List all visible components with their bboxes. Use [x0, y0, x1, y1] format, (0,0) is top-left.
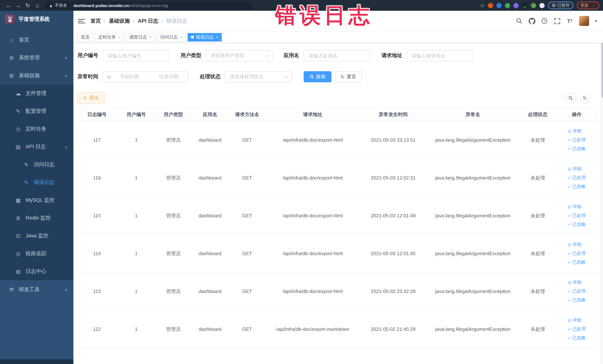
sidebar-item-log-center[interactable]: ▤日志中心 [0, 263, 73, 280]
sidebar-item-file-management[interactable]: ☁文件管理 [0, 84, 73, 102]
font-size-icon[interactable]: TT [567, 18, 573, 24]
reset-button[interactable]: ↻ 重置 [335, 71, 362, 82]
sidebar-item-trace[interactable]: ◎链路追踪 [0, 245, 73, 263]
action-ignored[interactable]: ✓已忽略 [568, 259, 586, 266]
extension-paused-badge[interactable]: 😆 已暂停 [548, 1, 573, 9]
sidebar-item-system-management[interactable]: ⚙系统管理∨ [0, 49, 73, 67]
action-detail[interactable]: ◎详细 [568, 128, 581, 134]
sidebar-item-error-log[interactable]: ✎错误日志 [0, 174, 73, 191]
action-label: 已处理 [572, 288, 586, 294]
request-url-input[interactable] [407, 50, 474, 61]
process-status-select[interactable]: 请选择处理状态 ∨ [225, 71, 292, 82]
action-detail[interactable]: ◎详细 [568, 204, 581, 210]
help-icon[interactable]: ? [541, 18, 548, 24]
action-processed[interactable]: ✓已处理 [568, 137, 586, 143]
close-icon[interactable]: × [118, 35, 121, 39]
action-processed[interactable]: ✓已处理 [568, 288, 586, 294]
action-ignored[interactable]: ✓已忽略 [568, 146, 586, 152]
action-ignored[interactable]: ✓已忽略 [568, 335, 586, 341]
table-row: 1151管理员dashboardGET/api/infra/db-doc/exp… [78, 197, 598, 235]
browser-back-icon[interactable]: ← [4, 2, 13, 9]
app-logo[interactable]: 🐰 芋道管理系统 [0, 11, 73, 28]
extension-white-star[interactable] [539, 3, 545, 8]
app-title: 芋道管理系统 [19, 16, 50, 23]
tab-错误日志[interactable]: 错误日志× [188, 33, 222, 41]
sidebar-item-mysql-monitor[interactable]: ▦MySQL 监控 [0, 191, 73, 209]
bookmark-star-icon[interactable]: ☆ [480, 2, 485, 8]
search-button[interactable]: 搜索 [304, 71, 331, 82]
breadcrumb-item[interactable]: 基础设施 [109, 18, 130, 24]
infra-icon: ⊞ [8, 73, 15, 79]
toggle-search-button[interactable] [566, 93, 576, 103]
tab-调度日志[interactable]: 调度日志× [126, 33, 155, 41]
action-ignored[interactable]: ✓已忽略 [568, 184, 586, 190]
extension-leaf[interactable] [531, 3, 536, 8]
action-processed[interactable]: ✓已处理 [568, 250, 586, 257]
paused-label: 已暂停 [557, 3, 570, 8]
action-processed[interactable]: ✓已处理 [568, 212, 586, 219]
tab-首页[interactable]: 首页 [78, 33, 93, 41]
sidebar-item-java-monitor[interactable]: ⊡Java 监控 [0, 227, 73, 245]
extension-green-circle[interactable] [505, 3, 510, 8]
browser-menu-icon[interactable]: ⋮ [591, 3, 596, 8]
chevron-down-icon[interactable]: ▾ [595, 19, 597, 23]
edit-icon: ✎ [15, 108, 22, 114]
eye-icon: ◎ [568, 242, 571, 247]
tab-label: 错误日志 [196, 34, 214, 40]
export-button[interactable]: ↧ 导出 [78, 92, 104, 104]
browser-home-icon[interactable]: ⌂ [33, 2, 42, 9]
extension-orange[interactable] [488, 3, 493, 8]
sidebar-item-api-log[interactable]: ▤API 日志∧ [0, 138, 73, 156]
start-date-placeholder: 开始日期 [114, 73, 146, 80]
close-icon[interactable]: × [180, 35, 183, 39]
action-ignored[interactable]: ✓已忽略 [568, 221, 586, 228]
user-type-select[interactable]: 请选择用户类型 ∨ [206, 50, 272, 61]
action-detail[interactable]: ◎详细 [568, 317, 581, 323]
browser-refresh-icon[interactable]: ↻ [23, 2, 33, 9]
hamburger-icon[interactable] [78, 19, 85, 23]
close-icon[interactable]: × [216, 35, 218, 39]
vertical-scrollbar[interactable] [600, 32, 603, 364]
sidebar-item-home[interactable]: ⌂首页 [0, 31, 73, 49]
sidebar-item-config-management[interactable]: ✎配置管理 [0, 102, 73, 120]
extension-grid[interactable] [513, 3, 519, 8]
extension-on-badge[interactable]: on [522, 3, 528, 8]
browser-update-button[interactable]: 更新 ⋮ [577, 1, 599, 9]
app-name-input[interactable] [304, 50, 370, 61]
fullscreen-icon[interactable] [554, 18, 561, 24]
action-detail[interactable]: ◎详细 [568, 166, 581, 172]
cell-method: GET [230, 175, 265, 181]
sidebar-item-label: 基础设施 [19, 72, 40, 79]
sidebar-item-scheduled-tasks[interactable]: ◷定时任务 [0, 120, 73, 138]
avatar[interactable] [579, 16, 589, 26]
breadcrumb-item[interactable]: API 日志 [138, 18, 158, 24]
github-icon[interactable] [529, 18, 535, 24]
action-detail[interactable]: ◎详细 [568, 279, 581, 286]
browser-forward-icon[interactable]: → [13, 2, 23, 9]
action-detail[interactable]: ◎详细 [568, 241, 581, 248]
sidebar-item-infrastructure[interactable]: ⊞基础设施∧ [0, 67, 73, 84]
exception-time-range-picker[interactable]: ⊞ 开始日期 - 结束日期 [103, 71, 189, 82]
sidebar-item-dev-tools[interactable]: ⚒研发工具∨ [0, 281, 73, 299]
user-type-placeholder: 请选择用户类型 [210, 52, 244, 59]
breadcrumb-item[interactable]: 首页 [91, 18, 101, 24]
extension-blue-shield[interactable] [496, 3, 502, 8]
tab-定时任务[interactable]: 定时任务× [95, 33, 124, 41]
address-bar[interactable]: ▲ 不安全 dashboard.yudao.iocoder.cn/infra/l… [45, 1, 252, 10]
sidebar-item-access-log[interactable]: ✎访问日志 [0, 156, 73, 174]
svg-text:?: ? [544, 19, 545, 23]
mysql-icon: ▦ [15, 197, 22, 203]
tab-访问日志[interactable]: 访问日志× [157, 33, 186, 41]
action-processed[interactable]: ✓已处理 [568, 175, 586, 181]
action-ignored[interactable]: ✓已忽略 [568, 297, 586, 303]
refresh-table-button[interactable]: ↻ [580, 93, 590, 103]
search-icon[interactable] [516, 18, 523, 24]
cell-method: GET [230, 213, 265, 218]
user-id-input[interactable] [103, 50, 169, 61]
active-tab-dot [191, 35, 194, 39]
scrollbar-thumb[interactable] [601, 35, 603, 98]
action-processed[interactable]: ✓已处理 [568, 326, 586, 332]
action-label: 已处理 [572, 175, 586, 181]
sidebar-item-redis-monitor[interactable]: ≣Redis 监控 [0, 209, 73, 227]
close-icon[interactable]: × [149, 35, 152, 39]
